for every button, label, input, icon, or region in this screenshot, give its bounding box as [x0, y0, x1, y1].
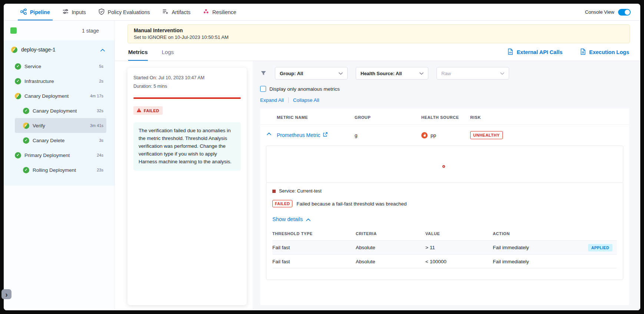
- execution-logs-link[interactable]: Execution Logs: [580, 49, 629, 56]
- console-expand-handle[interactable]: ›: [1, 289, 11, 299]
- group-filter-select[interactable]: Group: All: [275, 67, 348, 80]
- metric-detail-box: Service: Current-test FAILED Failed beca…: [266, 146, 623, 280]
- stage-status-square-icon: [10, 27, 17, 34]
- risk-badge: UNHEALTHY: [470, 131, 503, 139]
- console-view-label: Console View: [585, 9, 614, 15]
- tab-resilience[interactable]: Resilience: [197, 4, 243, 20]
- stage-block: ✓ deploy-stage-1 ✓ Service 5s ✓ Infrastr…: [4, 40, 114, 186]
- top-nav-tabs: Pipeline Inputs Policy Evaluations Artif…: [14, 4, 243, 20]
- console-view-toggle[interactable]: [618, 9, 631, 16]
- tab-pipeline-label: Pipeline: [30, 9, 50, 15]
- duration: Duration: 5 mins: [133, 84, 241, 89]
- warning-check-icon: ✓: [23, 123, 29, 129]
- collapse-row-chevron-icon[interactable]: [267, 133, 271, 135]
- step-rolling-deployment[interactable]: ✓ Rolling Deployment 23s: [15, 163, 106, 177]
- content-row: Started On: Jul 10, 2023 10:47 AM Durati…: [115, 61, 640, 310]
- main-content: Manual Intervention Set to IGNORE on 10-…: [115, 21, 640, 310]
- step-infrastructure[interactable]: ✓ Infrastructure 2s: [15, 74, 106, 88]
- top-navigation: Pipeline Inputs Policy Evaluations Artif…: [4, 4, 640, 21]
- chart-legend: Service: Current-test: [272, 188, 617, 194]
- status-badge: FAILED: [133, 106, 163, 115]
- tab-links: API External API Calls Execution Logs: [508, 49, 629, 56]
- screenshot-frame: Pipeline Inputs Policy Evaluations Artif…: [0, 0, 644, 314]
- tab-metrics[interactable]: Metrics: [128, 43, 148, 61]
- stage-status-icon: ✓: [11, 47, 17, 53]
- raw-filter-select[interactable]: Raw: [436, 67, 509, 80]
- threshold-table: THRESHOLD TYPE CRITERIA VALUE ACTION Fai…: [272, 228, 617, 268]
- manual-intervention-banner: Manual Intervention Set to IGNORE on 10-…: [127, 24, 630, 43]
- collapse-all-link[interactable]: Collapse All: [293, 97, 319, 103]
- tab-resilience-label: Resilience: [212, 9, 236, 15]
- tab-policy-evaluations-label: Policy Evaluations: [108, 9, 150, 15]
- toggle-knob: [625, 10, 630, 15]
- chevron-up-icon[interactable]: [100, 46, 105, 53]
- metrics-table-card: METRIC NAME GROUP HEALTH SOURCE RISK Pro…: [260, 108, 629, 305]
- metrics-panel: Group: All Health Source: All Raw: [253, 61, 640, 310]
- success-check-icon: ✓: [23, 137, 29, 144]
- body-row: 1 stage ✓ deploy-stage-1 ✓ Service 5s: [4, 21, 640, 310]
- fail-reason-row: FAILED Failed because a fail-fast thresh…: [272, 200, 617, 207]
- tab-logs[interactable]: Logs: [162, 43, 174, 61]
- success-check-icon: ✓: [23, 167, 29, 173]
- expand-collapse-row: Expand All Collapse All: [260, 97, 629, 103]
- metrics-table-header: METRIC NAME GROUP HEALTH SOURCE RISK: [260, 108, 629, 125]
- failed-progress-bar: [133, 97, 241, 99]
- anomalous-metrics-row: Display only anomalous metrics: [260, 86, 629, 92]
- threshold-row: Fail fast Absolute > 11 Fail immediately…: [272, 240, 617, 254]
- external-api-calls-link[interactable]: API External API Calls: [508, 49, 562, 56]
- chevron-up-icon: [306, 216, 311, 222]
- applied-badge: APPLIED: [588, 244, 613, 251]
- chevron-down-icon: [419, 72, 424, 75]
- tab-artifacts[interactable]: Artifacts: [156, 4, 197, 20]
- verification-summary-card: Started On: Jul 10, 2023 10:47 AM Durati…: [127, 68, 247, 305]
- svg-text:API: API: [509, 51, 512, 54]
- step-canary-delete[interactable]: ✓ Canary Delete 3s: [15, 133, 106, 148]
- expand-all-link[interactable]: Expand All: [260, 97, 284, 103]
- chevron-down-icon: [500, 72, 504, 75]
- started-on: Started On: Jul 10, 2023 10:47 AM: [133, 75, 241, 80]
- tab-policy-evaluations[interactable]: Policy Evaluations: [92, 4, 156, 20]
- success-check-icon: ✓: [15, 78, 21, 84]
- prometheus-icon: [421, 132, 428, 138]
- health-source-filter-select[interactable]: Health Source: All: [356, 67, 428, 80]
- success-check-icon: ✓: [15, 152, 21, 158]
- resilience-icon: [203, 9, 209, 16]
- tab-inputs-label: Inputs: [72, 9, 86, 15]
- step-service[interactable]: ✓ Service 5s: [15, 59, 106, 74]
- tab-pipeline[interactable]: Pipeline: [14, 4, 56, 20]
- step-canary-deployment-child[interactable]: ✓ Canary Deployment 32s: [15, 103, 106, 118]
- banner-title: Manual Intervention: [134, 27, 624, 33]
- tab-inputs[interactable]: Inputs: [56, 4, 92, 20]
- warning-triangle-icon: [137, 108, 141, 113]
- app-window: Pipeline Inputs Policy Evaluations Artif…: [4, 4, 640, 310]
- pipeline-icon: [20, 9, 27, 16]
- policy-shield-icon: [99, 9, 104, 16]
- content-tabs-row: Metrics Logs API External API Calls Exec…: [115, 43, 640, 61]
- api-document-icon: API: [508, 49, 513, 56]
- execution-sidebar: 1 stage ✓ deploy-stage-1 ✓ Service 5s: [4, 21, 115, 310]
- banner-subtitle: Set to IGNORE on 10-Jul-2023 10:50:51 AM: [134, 34, 624, 40]
- stage-name: deploy-stage-1: [21, 47, 97, 53]
- metric-name-link[interactable]: Prometheus Metric: [277, 132, 355, 138]
- legend-label: Service: Current-test: [279, 188, 322, 194]
- step-list: ✓ Service 5s ✓ Infrastructure 2s ✓ Canar…: [4, 59, 114, 177]
- step-primary-deployment[interactable]: ✓ Primary Deployment 24s: [15, 148, 106, 163]
- artifacts-icon: [162, 9, 168, 16]
- divider: [288, 97, 289, 103]
- filter-funnel-icon[interactable]: [260, 70, 267, 76]
- inputs-icon: [63, 9, 69, 16]
- filter-row: Group: All Health Source: All Raw: [260, 67, 629, 80]
- metric-chart: [266, 146, 623, 183]
- show-details-link[interactable]: Show details: [272, 216, 311, 222]
- metric-group: g: [355, 133, 421, 138]
- stage-deploy-stage-1[interactable]: ✓ deploy-stage-1: [4, 40, 114, 59]
- step-canary-deployment[interactable]: ✓ Canary Deployment 4m 17s: [15, 88, 106, 103]
- fail-reason-text: Failed because a fail-fast threshold was…: [296, 201, 406, 207]
- success-check-icon: ✓: [15, 63, 21, 70]
- metric-row-prometheus[interactable]: Prometheus Metric g pp UNHEALTHY: [260, 125, 629, 146]
- anomalous-metrics-checkbox[interactable]: [260, 86, 266, 92]
- anomaly-data-point[interactable]: [442, 165, 445, 168]
- success-check-icon: ✓: [23, 108, 29, 114]
- step-verify[interactable]: ✓ Verify 3m 41s: [15, 118, 106, 133]
- warning-check-icon: ✓: [15, 93, 21, 99]
